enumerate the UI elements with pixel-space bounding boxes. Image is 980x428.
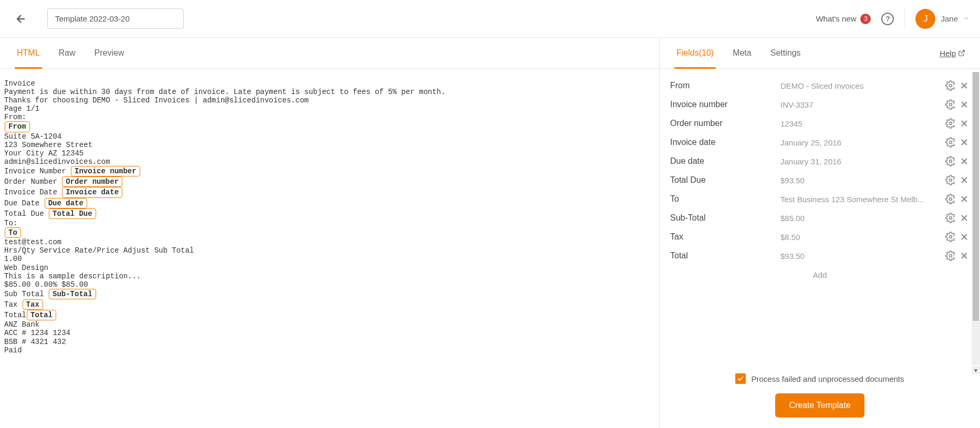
- content-line: Suite 5A-1204: [4, 132, 655, 141]
- field-row: Total$93.50: [670, 246, 969, 265]
- gear-icon[interactable]: [945, 175, 956, 185]
- field-label[interactable]: Invoice number: [670, 100, 775, 109]
- field-actions: [945, 137, 969, 148]
- whats-new-link[interactable]: What's new 3: [816, 14, 871, 24]
- left-panel: HTML Raw Preview Invoice Payment is due …: [0, 38, 660, 428]
- create-template-button[interactable]: Create Template: [775, 393, 864, 417]
- svg-point-6: [950, 198, 952, 201]
- content-line: ANZ Bank: [4, 320, 655, 329]
- field-tag-sub-total[interactable]: Sub-Total: [49, 289, 96, 299]
- scrollbar-down-icon[interactable]: ▼: [972, 366, 980, 374]
- close-icon[interactable]: [959, 156, 969, 166]
- field-label[interactable]: Total Due: [670, 175, 775, 185]
- tab-raw[interactable]: Raw: [57, 38, 78, 68]
- content-line: Invoice Number Invoice number: [4, 166, 655, 176]
- close-icon[interactable]: [959, 118, 969, 129]
- content-line: Page 1/1: [4, 105, 655, 113]
- svg-point-8: [950, 236, 952, 238]
- field-actions: [945, 175, 969, 185]
- gear-icon[interactable]: [945, 213, 956, 223]
- field-tag-from[interactable]: From: [5, 121, 30, 132]
- tab-html[interactable]: HTML: [15, 38, 42, 68]
- content-line: Your City AZ 12345: [4, 149, 655, 158]
- right-tabs: Fields(10) Meta Settings Help: [660, 38, 980, 69]
- field-row: Order number12345: [670, 114, 969, 133]
- scrollbar-thumb[interactable]: [973, 72, 979, 321]
- help-icon[interactable]: ?: [881, 13, 894, 25]
- content-line: Web Design: [4, 264, 655, 272]
- tab-settings[interactable]: Settings: [768, 38, 803, 68]
- whats-new-badge: 3: [860, 14, 871, 24]
- user-menu[interactable]: J Jane: [904, 9, 969, 29]
- tab-preview[interactable]: Preview: [92, 38, 127, 68]
- close-icon[interactable]: [959, 250, 969, 261]
- content-line: Invoice Date Invoice date: [4, 187, 655, 197]
- scrollbar[interactable]: [972, 72, 980, 365]
- field-tag-tax[interactable]: Tax: [23, 299, 43, 310]
- field-label[interactable]: Invoice date: [670, 138, 775, 147]
- field-row: Invoice numberINV-3337: [670, 95, 969, 114]
- field-tag-due-date[interactable]: Due date: [45, 198, 87, 208]
- field-tag-invoice-date[interactable]: Invoice date: [62, 187, 122, 197]
- user-name: Jane: [941, 14, 958, 23]
- close-icon[interactable]: [959, 232, 969, 242]
- process-failed-checkbox[interactable]: [735, 373, 746, 384]
- add-field[interactable]: Add: [670, 265, 969, 279]
- content-line: Due Date Due date: [4, 198, 655, 208]
- close-icon[interactable]: [959, 80, 969, 91]
- help-link[interactable]: Help: [940, 49, 965, 58]
- field-value: 12345: [780, 119, 940, 128]
- content-line: Thanks for choosing DEMO - Sliced Invoic…: [4, 96, 655, 105]
- close-icon[interactable]: [959, 99, 969, 110]
- svg-point-5: [950, 179, 952, 182]
- gear-icon[interactable]: [945, 118, 956, 129]
- back-button[interactable]: [11, 8, 32, 29]
- field-value: Test Business 123 Somewhere St Melb...: [780, 195, 940, 204]
- gear-icon[interactable]: [945, 194, 956, 204]
- gear-icon[interactable]: [945, 250, 956, 261]
- gear-icon[interactable]: [945, 137, 956, 148]
- field-label[interactable]: To: [670, 194, 775, 204]
- template-name-input[interactable]: [47, 8, 184, 29]
- field-actions: [945, 194, 969, 204]
- field-label[interactable]: Tax: [670, 232, 775, 242]
- tab-fields-label: Fields: [676, 48, 699, 57]
- gear-icon[interactable]: [945, 80, 956, 91]
- tab-fields[interactable]: Fields(10): [674, 38, 716, 68]
- close-icon[interactable]: [959, 137, 969, 148]
- close-icon[interactable]: [959, 194, 969, 204]
- field-row: Due dateJanuary 31, 2016: [670, 152, 969, 171]
- close-icon[interactable]: [959, 213, 969, 223]
- gear-icon[interactable]: [945, 156, 956, 166]
- field-row: Invoice dateJanuary 25, 2016: [670, 133, 969, 152]
- header: What's new 3 ? J Jane: [0, 0, 980, 38]
- close-icon[interactable]: [959, 175, 969, 185]
- field-tag-to[interactable]: To: [5, 227, 21, 238]
- gear-icon[interactable]: [945, 99, 956, 110]
- content-line: Invoice: [4, 79, 655, 88]
- content-line: To: [4, 227, 655, 238]
- field-value: INV-3337: [780, 100, 940, 109]
- content-line: From:: [4, 113, 655, 121]
- field-tag-total[interactable]: Total: [27, 310, 56, 320]
- content-line: Sub Total Sub-Total: [4, 289, 655, 299]
- svg-point-9: [950, 255, 952, 257]
- field-label[interactable]: From: [670, 81, 775, 90]
- field-tag-total-due[interactable]: Total Due: [49, 208, 96, 219]
- field-tag-invoice-number[interactable]: Invoice number: [71, 166, 140, 176]
- content-line: admin@slicedinvoices.com: [4, 158, 655, 166]
- content-line: Payment is due within 30 days from date …: [4, 88, 655, 96]
- field-row: Sub-Total$85.00: [670, 208, 969, 227]
- field-label[interactable]: Order number: [670, 119, 775, 128]
- field-tag-order-number[interactable]: Order number: [62, 176, 122, 187]
- content-area[interactable]: Invoice Payment is due within 30 days fr…: [0, 69, 659, 428]
- tab-meta[interactable]: Meta: [731, 38, 754, 68]
- field-actions: [945, 156, 969, 166]
- main: HTML Raw Preview Invoice Payment is due …: [0, 38, 980, 428]
- external-link-icon: [958, 49, 965, 57]
- field-label[interactable]: Total: [670, 251, 775, 260]
- field-row: ToTest Business 123 Somewhere St Melb...: [670, 190, 969, 208]
- field-label[interactable]: Due date: [670, 156, 775, 166]
- gear-icon[interactable]: [945, 232, 956, 242]
- field-label[interactable]: Sub-Total: [670, 213, 775, 223]
